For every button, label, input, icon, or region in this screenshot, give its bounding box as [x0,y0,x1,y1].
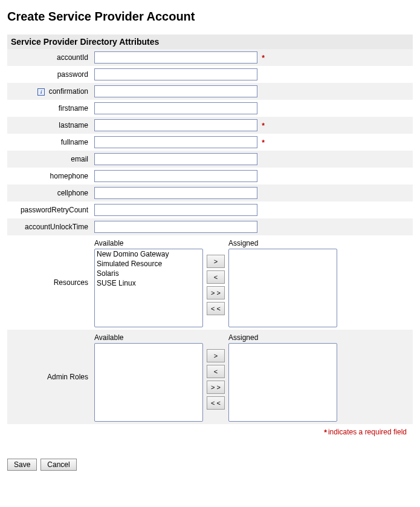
accountunlocktime-input[interactable] [94,221,257,233]
resources-dual-list: Available New Domino GatewaySimulated Re… [94,238,410,327]
adminroles-assigned-label: Assigned [228,333,337,342]
fullname-label: fullname [61,138,88,146]
attributes-table: accountId * password i confirmation firs… [7,49,413,424]
passwordretrycount-label: passwordRetryCount [21,206,88,214]
adminroles-remove-all-button[interactable]: < < [207,396,225,410]
resources-available-label: Available [94,239,203,247]
passwordretrycount-input[interactable] [94,204,257,216]
adminroles-assigned-list[interactable] [228,343,337,422]
confirmation-input[interactable] [94,85,257,97]
resources-remove-button[interactable]: < [207,270,225,284]
required-asterisk: * [262,54,265,62]
required-field-note: *indicates a required field [7,424,413,443]
adminroles-add-all-button[interactable]: > > [207,381,225,394]
cellphone-label: cellphone [57,189,88,197]
page-title: Create Service Provider Account [7,10,413,24]
list-item[interactable]: New Domino Gateway [95,249,202,259]
resources-label: Resources [54,278,88,287]
info-icon[interactable]: i [37,88,45,96]
resources-assigned-label: Assigned [228,239,337,247]
firstname-input[interactable] [94,102,257,114]
homephone-input[interactable] [94,170,257,182]
list-item[interactable]: Simulated Resource [95,259,202,269]
accountid-input[interactable] [94,51,257,64]
homephone-label: homephone [50,172,88,180]
cellphone-input[interactable] [94,187,257,199]
lastname-input[interactable] [94,119,257,131]
password-label: password [57,70,88,79]
password-input[interactable] [94,68,257,80]
adminroles-available-list[interactable] [94,343,203,422]
resources-add-button[interactable]: > [207,255,225,268]
list-item[interactable]: Solaris [95,269,202,278]
adminroles-label: Admin Roles [47,373,88,381]
section-header: Service Provider Directory Attributes [7,34,413,49]
email-input[interactable] [94,153,257,165]
lastname-label: lastname [59,121,88,129]
resources-assigned-list[interactable] [228,249,337,327]
accountid-label: accountId [57,53,88,62]
adminroles-remove-button[interactable]: < [207,365,225,378]
save-button[interactable]: Save [7,459,37,471]
resources-remove-all-button[interactable]: < < [207,302,225,315]
firstname-label: firstname [59,104,88,113]
email-label: email [71,155,88,163]
resources-available-list[interactable]: New Domino GatewaySimulated ResourceSola… [94,249,203,327]
fullname-input[interactable] [94,136,257,148]
resources-add-all-button[interactable]: > > [207,286,225,299]
adminroles-add-button[interactable]: > [207,349,225,362]
required-asterisk: * [262,139,265,147]
cancel-button[interactable]: Cancel [40,459,76,471]
required-asterisk: * [262,122,265,130]
confirmation-label: confirmation [49,87,88,96]
adminroles-dual-list: Available > < > > < < Assigned [94,332,410,422]
accountunlocktime-label: accountUnlockTime [25,223,88,231]
adminroles-available-label: Available [94,333,203,342]
list-item[interactable]: SUSE Linux [95,278,202,288]
